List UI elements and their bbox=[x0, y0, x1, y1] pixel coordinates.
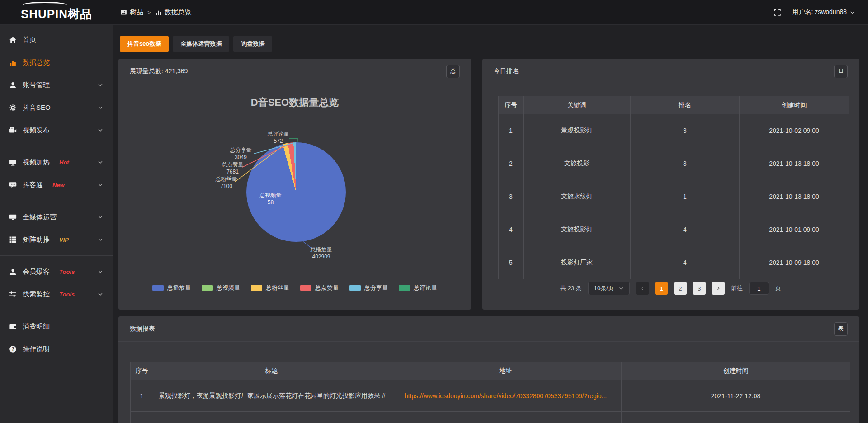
report-panel-title: 数据报表 bbox=[130, 325, 155, 333]
sidebar-item-label: 抖音SEO bbox=[23, 103, 51, 112]
sidebar-item-label: 矩阵助推 bbox=[23, 235, 50, 244]
legend-item-videos[interactable]: 总视频量 bbox=[202, 284, 240, 292]
column-header: 创建时间 bbox=[622, 362, 850, 380]
table-row: 3 文旅水纹灯 1 2021-10-13 18:00 bbox=[499, 180, 849, 213]
sidebar-item-home[interactable]: 首页 bbox=[0, 28, 113, 51]
day-toggle-button[interactable]: 日 bbox=[834, 65, 848, 78]
sidebar-item-label: 抖客通 bbox=[23, 181, 43, 189]
sidebar-item-media-ops[interactable]: 全媒体运营 bbox=[0, 206, 113, 228]
legend-item-plays[interactable]: 总播放量 bbox=[152, 284, 191, 292]
sidebar: 首页 数据总览 账号管理 抖音SEO 视频发布 视频加热 Hot 抖客通 New… bbox=[0, 25, 113, 423]
sidebar-divider bbox=[0, 201, 113, 201]
tools-badge: Tools bbox=[59, 268, 75, 275]
cell-index: 1 bbox=[499, 114, 524, 147]
pagination: 共 23 条 10条/页 1 2 3 前往 页 bbox=[482, 281, 859, 296]
goto-page-input[interactable] bbox=[749, 282, 769, 295]
chevron-down-icon bbox=[97, 268, 104, 275]
cell-time: 2021-10-02 09:00 bbox=[740, 114, 849, 147]
cell-rank: 1 bbox=[631, 180, 740, 213]
legend-swatch bbox=[251, 285, 262, 291]
sidebar-item-account[interactable]: 账号管理 bbox=[0, 74, 113, 96]
breadcrumb-root[interactable]: 树品 bbox=[120, 8, 143, 17]
sidebar-item-label: 操作说明 bbox=[23, 345, 50, 353]
legend-item-likes[interactable]: 总点赞量 bbox=[300, 284, 339, 292]
fullscreen-icon[interactable] bbox=[774, 9, 781, 16]
table-row: 2 文旅投影 3 2021-10-13 18:00 bbox=[499, 147, 849, 180]
sidebar-item-member-burst[interactable]: 会员爆客 Tools bbox=[0, 260, 113, 283]
chevron-down-icon bbox=[618, 286, 624, 291]
video-url-link[interactable]: https://www.iesdouyin.com/share/video/70… bbox=[405, 392, 607, 400]
pie-label-shares: 总分享量 3049 bbox=[222, 146, 260, 161]
sliders-icon bbox=[9, 291, 17, 298]
legend-item-fans[interactable]: 总粉丝量 bbox=[251, 284, 289, 292]
sidebar-item-matrix-boost[interactable]: 矩阵助推 VIP bbox=[0, 228, 113, 251]
pie-label-value: 572 bbox=[259, 137, 297, 145]
video-camera-icon bbox=[9, 127, 17, 134]
sidebar-item-instructions[interactable]: 操作说明 bbox=[0, 338, 113, 360]
report-table: 序号 标题 地址 创建时间 1 景观投影灯，夜游景观投影灯厂家展示展示落花灯在花… bbox=[130, 362, 850, 423]
pie-label-name: 总评论量 bbox=[259, 130, 297, 137]
prev-page-button[interactable] bbox=[636, 282, 649, 295]
sidebar-item-douyin-seo[interactable]: 抖音SEO bbox=[0, 96, 113, 119]
chevron-down-icon bbox=[97, 214, 104, 220]
pie-label-value: 402909 bbox=[302, 253, 340, 260]
pie-label-value: 7100 bbox=[207, 183, 245, 190]
page-button-3[interactable]: 3 bbox=[693, 282, 706, 295]
sidebar-item-label: 线索监控 bbox=[23, 290, 50, 299]
sidebar-item-douketong[interactable]: 抖客通 New bbox=[0, 174, 113, 196]
column-header: 序号 bbox=[499, 96, 524, 114]
cell-index: 2 bbox=[499, 147, 524, 180]
cell-time: 2021-10-13 18:00 bbox=[740, 180, 849, 213]
chevron-down-icon bbox=[849, 9, 855, 15]
legend-swatch bbox=[202, 285, 213, 291]
pie-label-fans: 总粉丝量 7100 bbox=[207, 175, 245, 190]
tab-media-ops-data[interactable]: 全媒体运营数据 bbox=[173, 36, 229, 52]
table-toggle-button[interactable]: 表 bbox=[834, 322, 848, 336]
tools-badge: Tools bbox=[59, 291, 75, 298]
total-toggle-button[interactable]: 总 bbox=[446, 65, 460, 78]
cell-keyword: 文旅水纹灯 bbox=[524, 180, 631, 213]
cell-rank: 4 bbox=[631, 213, 740, 246]
page-button-1[interactable]: 1 bbox=[655, 282, 668, 295]
legend-swatch bbox=[399, 285, 410, 291]
chevron-down-icon bbox=[97, 127, 104, 133]
legend-label: 总粉丝量 bbox=[266, 284, 289, 292]
total-count-label: 共 23 条 bbox=[560, 284, 582, 292]
chevron-down-icon bbox=[97, 182, 104, 188]
cell-keyword: 景观投影灯 bbox=[524, 114, 631, 147]
sidebar-item-video-heat[interactable]: 视频加热 Hot bbox=[0, 151, 113, 174]
main-content: 抖音seo数据 全媒体运营数据 询盘数据 展现量总数: 421,369 总 D音… bbox=[113, 25, 868, 423]
chevron-down-icon bbox=[97, 291, 104, 297]
bar-chart-icon bbox=[155, 9, 162, 16]
tab-inquiry-data[interactable]: 询盘数据 bbox=[233, 36, 272, 52]
overview-panel: 展现量总数: 421,369 总 D音SEO数据量总览 总评论量 572 总分享… bbox=[118, 59, 471, 310]
legend-item-shares[interactable]: 总分享量 bbox=[349, 284, 388, 292]
sidebar-item-video-publish[interactable]: 视频发布 bbox=[0, 119, 113, 141]
chevron-down-icon bbox=[97, 104, 104, 111]
legend-label: 总评论量 bbox=[414, 284, 437, 292]
legend-swatch bbox=[152, 285, 164, 291]
next-page-button[interactable] bbox=[712, 282, 725, 295]
pie-label-likes: 总点赞量 7681 bbox=[213, 161, 252, 175]
column-header: 创建时间 bbox=[740, 96, 849, 114]
tab-douyin-seo-data[interactable]: 抖音seo数据 bbox=[120, 36, 169, 52]
member-icon bbox=[9, 268, 17, 276]
cell-keyword: 投影灯厂家 bbox=[524, 246, 631, 279]
chevron-right-icon bbox=[716, 286, 721, 291]
breadcrumb-current[interactable]: 数据总览 bbox=[155, 8, 192, 17]
legend-item-comments[interactable]: 总评论量 bbox=[399, 284, 437, 292]
chart-legend: 总播放量 总视频量 总粉丝量 总点赞量 总分享量 总评论量 bbox=[118, 284, 471, 292]
page-button-2[interactable]: 2 bbox=[674, 282, 687, 295]
chevron-down-icon bbox=[97, 82, 104, 88]
ranking-panel-title: 今日排名 bbox=[494, 67, 519, 75]
sidebar-divider bbox=[0, 255, 113, 256]
pie-label-name: 总分享量 bbox=[222, 146, 260, 154]
logo-text: SHUPIN树品 bbox=[21, 6, 92, 22]
table-row bbox=[131, 412, 850, 423]
sidebar-item-lead-monitor[interactable]: 线索监控 Tools bbox=[0, 283, 113, 306]
sidebar-item-consumption[interactable]: 消费明细 bbox=[0, 315, 113, 338]
page-size-select[interactable]: 10条/页 bbox=[588, 282, 630, 295]
user-menu[interactable]: 用户名: zswodun88 bbox=[792, 8, 855, 16]
sidebar-item-data-overview[interactable]: 数据总览 bbox=[0, 51, 113, 74]
breadcrumb: 树品 > 数据总览 bbox=[120, 8, 192, 17]
